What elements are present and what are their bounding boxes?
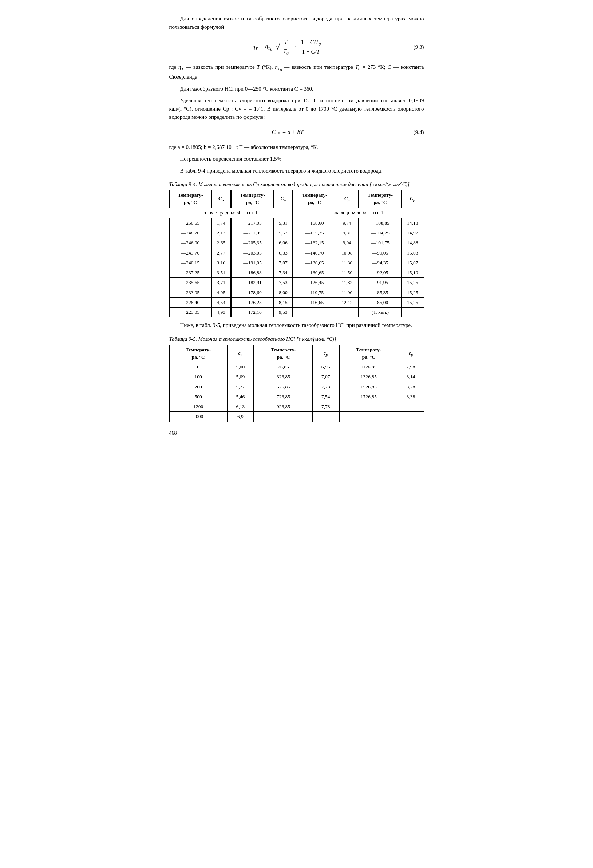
table1-row-10: —223,054,93 —172,109,53 (Т. кип.) bbox=[169, 308, 424, 317]
table1-row-5: —240,153,16 —191,057,07 —136,6511,30 —94… bbox=[169, 258, 424, 268]
table2-header-5: сp bbox=[398, 345, 424, 362]
table2-header-1: сυ bbox=[227, 345, 254, 362]
formula-94-desc: где a = 0,1805; b = 2,687·10⁻⁵; T — абсо… bbox=[169, 143, 424, 152]
formula-94-line: Cp = a + bT (9.4) bbox=[169, 128, 424, 137]
table1-row-3: —246,002,65 —205,356,06 —162,159,94 —101… bbox=[169, 238, 424, 248]
table2-header-2: Температу-ра, °С bbox=[254, 345, 312, 362]
table1-header-5: Сp bbox=[336, 190, 358, 208]
table2: Температу-ра, °С сυ Температу-ра, °С сp … bbox=[169, 345, 424, 422]
formula-93-number: (9 3) bbox=[413, 43, 424, 51]
table1-row-1: —250,651,74 —217,055,31 —168,609,74 —108… bbox=[169, 218, 424, 228]
intro-para1: Для определения вязкости газообразного х… bbox=[169, 15, 424, 31]
table1-header-6: Температу-ра, °С bbox=[358, 190, 401, 208]
table1-row-7: —235,653,71 —182,917,53 —126,4511,82 —91… bbox=[169, 278, 424, 288]
para-table2-intro: Ниже, в табл. 9-5, приведена мольная теп… bbox=[169, 321, 424, 329]
table1-header-2: Температу-ра, °С bbox=[231, 190, 273, 208]
table1-row-9: —228,404,54 —176,258,15 —116,6512,12 —85… bbox=[169, 297, 424, 307]
table2-row-1: 05,00 26,856,95 1126,857,98 bbox=[169, 362, 424, 372]
table2-header-0: Температу-ра, °С bbox=[169, 345, 227, 362]
table2-row-5: 12006,13 926,857,78 bbox=[169, 402, 424, 412]
table1-header-3: Сp bbox=[274, 190, 293, 208]
para-error: Погрешность определения составляет 1,5%. bbox=[169, 155, 424, 163]
table2-row-4: 5005,46 726,857,54 1726,858,38 bbox=[169, 392, 424, 402]
formula-94-number: (9.4) bbox=[413, 128, 424, 137]
table2-row-3: 2005,27 526,857,28 1526,858,28 bbox=[169, 382, 424, 392]
table1: Температу-ра, °С Сp Температу-ра, °С Сp … bbox=[169, 190, 424, 317]
para-hcl2: Удельная теплоемкость хлористого водород… bbox=[169, 96, 424, 121]
table2-row-2: 1005,09 326,857,07 1326,858,14 bbox=[169, 372, 424, 382]
formula-94: Cp = a + bT bbox=[272, 128, 304, 137]
table2-header-4: Температу-ра, °С bbox=[339, 345, 398, 362]
table1-header-7: Сp bbox=[401, 190, 424, 208]
table1-header-1: Сp bbox=[211, 190, 231, 208]
table1-header-4: Температу-ра, °С bbox=[293, 190, 336, 208]
table1-caption: Таблица 9-4. Мольная теплоемкость Cp хло… bbox=[169, 181, 424, 189]
para-table1-intro: В табл. 9-4 приведена мольная теплоемкос… bbox=[169, 167, 424, 175]
formula-93-desc: где ηT — вязкость при температуре T (°К)… bbox=[169, 63, 424, 81]
table1-row-2: —248,202,13 —211,055,57 —165,359,80 —104… bbox=[169, 228, 424, 238]
table1-row-8: —233,054,05 —178,608,00 —119,7511,90 —85… bbox=[169, 288, 424, 297]
formula-93-line: ηT = ηT0 √ T T0 · 1 + C/T0 1 + C/T bbox=[169, 37, 424, 56]
para-hcl1: Для газообразного НСl при 0—250 °С конст… bbox=[169, 85, 424, 93]
table2-caption: Таблица 9-5. Мольная теплоемкость газооб… bbox=[169, 335, 424, 343]
table1-row-4: —243,702,77 —203,056,33 —140,7010,98 —99… bbox=[169, 248, 424, 258]
page-number: 468 bbox=[169, 429, 424, 437]
table1-row-6: —237,253,51 —186,887,34 —130,6511,50 —92… bbox=[169, 268, 424, 278]
table2-header-3: сp bbox=[313, 345, 339, 362]
table1-header-0: Температу-ра, °С bbox=[169, 190, 211, 208]
table1-section-solid: Т в е р д ы й НСl Ж и д к и й НСl bbox=[169, 208, 424, 218]
formula-93: ηT = ηT0 √ T T0 · 1 + C/T0 1 + C/T bbox=[252, 37, 323, 56]
table2-row-6: 20006,9 bbox=[169, 412, 424, 422]
